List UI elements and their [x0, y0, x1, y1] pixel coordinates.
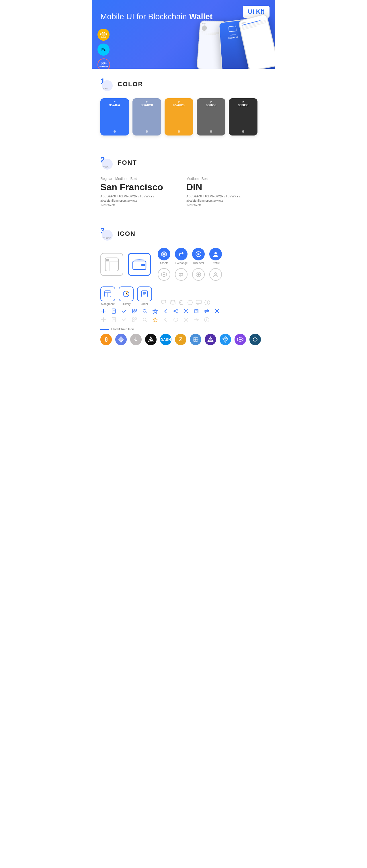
dash-icon: DASH [160, 334, 171, 345]
nav-icons-outline-row [158, 268, 222, 281]
moon-icon [178, 299, 185, 306]
swatch-bottom-blue [101, 127, 129, 135]
back-ghost-icon [162, 316, 169, 323]
exchange-outline-icon [175, 268, 188, 281]
exchange-icon [175, 248, 188, 260]
din-uppercase: ABCDEFGHIJKLMNOPQRSTUVWXYZ [186, 195, 266, 198]
svg-rect-44 [135, 311, 136, 312]
refresh-ghost-icon [173, 316, 179, 323]
svg-rect-43 [133, 311, 134, 313]
swatch-dot [242, 130, 244, 133]
exchange-icon-item: Exchange [175, 248, 188, 265]
augur-svg [207, 336, 214, 343]
assets-outline-svg [161, 272, 167, 277]
svg-point-24 [126, 291, 128, 292]
info-icon: i [204, 299, 210, 306]
color-swatch-darkgray: # 666666 [197, 98, 225, 135]
sf-font-name: San Francisco [101, 182, 181, 192]
svg-rect-42 [135, 309, 137, 311]
profile-outline-svg [213, 272, 219, 277]
arrow-ghost-icon [193, 316, 200, 323]
profile-icon [209, 248, 222, 260]
wireframe-grid-icon [101, 253, 123, 276]
matic-svg [237, 337, 244, 342]
swatch-top-orange: # F5A623 [165, 98, 193, 127]
nav-icons-group: Assets Exchange [158, 248, 222, 281]
svg-rect-20 [105, 291, 111, 297]
svg-rect-56 [195, 309, 198, 313]
search-ghost-icon [142, 316, 148, 323]
svg-point-18 [198, 274, 199, 275]
info-ghost-icon: i [204, 316, 210, 323]
back-icon [162, 308, 169, 314]
matic-icon [234, 334, 246, 345]
color-section-header: 1 ONE COLOR [101, 78, 266, 91]
history-label: History [121, 303, 131, 306]
section-number-1: 1 ONE [101, 78, 114, 91]
qr-ghost-icon [131, 316, 138, 323]
hero-section: Mobile UI for Blockchain Wallet UI Kit P… [92, 0, 275, 69]
color-swatches: # 3574FA # 8DA0C8 # [101, 98, 266, 135]
font-din: Medium · Bold DIN ABCDEFGHIJKLMNOPQRSTUV… [186, 177, 266, 207]
misc-icons-row: i [161, 299, 210, 306]
svg-point-12 [198, 253, 199, 255]
hero-badges: Ps 60+ Screens [97, 29, 110, 69]
phone-mockups: Profile myWallet $6,297.12 12-298 [200, 16, 275, 69]
history-icon-item: History [119, 286, 134, 306]
svg-line-53 [175, 310, 177, 311]
order-label: Order [141, 303, 148, 306]
hero-title-bold: Wallet [189, 12, 213, 21]
eth-svg [118, 336, 124, 343]
ps-label: Ps [102, 48, 106, 52]
svg-rect-25 [142, 291, 147, 297]
svg-point-52 [177, 312, 178, 313]
augur-icon [205, 334, 216, 345]
management-label: Mangment [101, 303, 114, 306]
sketch-icon [101, 32, 107, 37]
history-icon [119, 286, 134, 301]
profile-label: Profile [211, 261, 220, 265]
din-style-label: Medium · Bold [186, 177, 266, 181]
star-ghost-icon [152, 316, 158, 323]
font-sf: Regular · Medium · Bold San Francisco AB… [101, 177, 181, 207]
app-icons-row: Mangment History [101, 286, 266, 306]
section-number-2: 2 TWO [101, 156, 114, 169]
swatch-bottom-darkgray [197, 127, 225, 135]
history-svg [122, 290, 130, 298]
svg-point-51 [174, 311, 175, 312]
ltc-symbol: Ł [135, 337, 137, 342]
swatch-bottom-black [229, 127, 257, 135]
dash-symbol: DASH [161, 337, 171, 342]
swatch-dot [178, 130, 180, 133]
wallet-svg-icon [132, 259, 146, 270]
swatch-top-blue: # 3574FA [101, 98, 129, 127]
expand-icon [193, 308, 200, 314]
settings-icon [183, 308, 189, 314]
icon-wireframe-row: Assets Exchange [101, 248, 266, 281]
crystal-icon [220, 334, 231, 345]
svg-rect-65 [135, 318, 137, 319]
color-title: COLOR [117, 81, 143, 88]
swatch-top-darkgray: # 666666 [197, 98, 225, 127]
svg-rect-41 [133, 309, 134, 311]
assets-svg [161, 251, 167, 257]
section-number-3: 3 THREE [101, 227, 114, 241]
swatch-bottom-grayblue [133, 127, 161, 135]
x-ghost-icon [183, 316, 189, 323]
chat-icon [161, 299, 167, 306]
check-ghost-icon [121, 316, 127, 323]
swatch-dot [146, 130, 148, 133]
blockchain-text: BlockChain Icon [111, 328, 134, 331]
svg-rect-64 [133, 318, 134, 319]
bitshares-icon [145, 334, 157, 345]
sf-lowercase: abcdefghijklmnopqrstuvwxyz [101, 199, 181, 202]
din-numbers: 1234567890 [186, 204, 266, 207]
order-svg [140, 290, 148, 298]
icon-title: ICON [117, 230, 136, 238]
management-icon-item: Mangment [101, 286, 115, 306]
discover-icon-item: Discover [192, 248, 205, 265]
svg-marker-69 [153, 317, 158, 322]
plus-ghost-icon [101, 316, 107, 323]
exchange-label: Exchange [175, 261, 188, 265]
assets-outline-icon [158, 268, 170, 281]
